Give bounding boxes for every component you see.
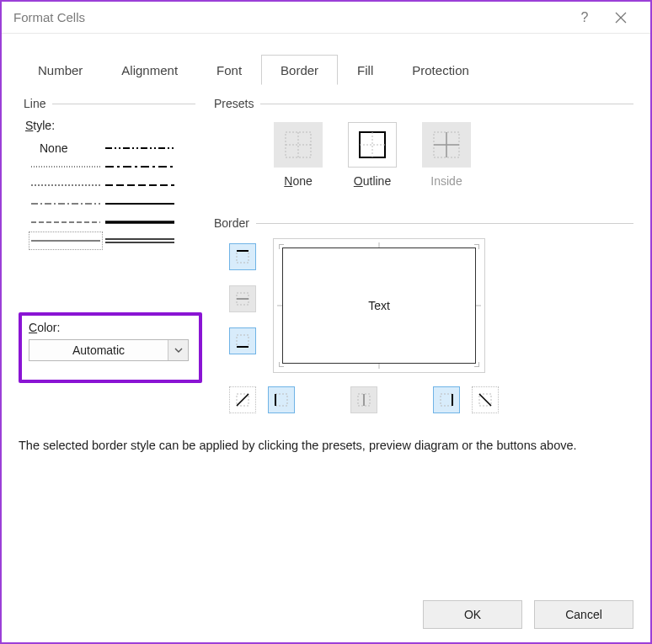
preset-inside-label: Inside: [421, 174, 472, 188]
color-dropdown[interactable]: Automatic: [29, 339, 189, 361]
preset-outline[interactable]: Outline: [347, 122, 398, 188]
line-group: Line: [24, 97, 195, 110]
border-left-icon: [273, 391, 290, 408]
border-diag-down-icon: [477, 391, 494, 408]
border-right-button[interactable]: [433, 386, 460, 413]
border-diagonal-down-button[interactable]: [472, 386, 499, 413]
svg-rect-35: [441, 394, 452, 406]
line-style-grid: None: [25, 136, 184, 287]
line-style-dashdot[interactable]: [29, 194, 103, 213]
border-right-icon: [438, 391, 455, 408]
line-style-mdash[interactable]: [103, 176, 177, 194]
line-style-double[interactable]: [103, 232, 177, 250]
line-style-mdashdot[interactable]: [103, 157, 177, 176]
tab-border[interactable]: Border: [261, 55, 338, 85]
color-label: Color:: [29, 321, 192, 334]
preset-outline-label: Outline: [347, 174, 398, 188]
border-inside-horizontal-icon: [234, 290, 251, 307]
preset-outline-icon: [357, 130, 387, 160]
preview-text: Text: [368, 299, 390, 312]
border-bottom-icon: [234, 333, 251, 349]
svg-rect-31: [275, 394, 287, 406]
titlebar: Format Cells ?: [2, 2, 650, 34]
presets-section: Presets None: [214, 92, 633, 189]
border-top-button[interactable]: [229, 243, 256, 270]
presets-group-label: Presets: [214, 97, 254, 110]
tab-protection[interactable]: Protection: [393, 55, 489, 85]
preset-none-label: None: [273, 174, 323, 188]
preset-none-icon: [283, 130, 313, 160]
border-group: Border: [214, 216, 633, 230]
instruction-text: The selected border style can be applied…: [19, 439, 633, 452]
border-inside-vertical-button[interactable]: [350, 386, 377, 413]
svg-rect-27: [237, 335, 249, 347]
line-panel: Style: None: [24, 114, 195, 287]
close-button[interactable]: [601, 6, 640, 29]
dialog-buttons: OK Cancel: [423, 600, 633, 629]
window-title: Format Cells: [13, 10, 568, 24]
border-inside-horizontal-button[interactable]: [229, 285, 256, 312]
preset-none[interactable]: None: [273, 122, 323, 188]
line-style-medium[interactable]: [103, 194, 177, 213]
content-area: Number Alignment Font Border Fill Protec…: [2, 34, 650, 642]
help-button[interactable]: ?: [568, 6, 601, 29]
color-dropdown-button[interactable]: [168, 340, 188, 360]
presets-group: Presets: [214, 97, 633, 110]
border-group-label: Border: [214, 216, 249, 230]
svg-line-38: [479, 394, 491, 406]
border-section: Border: [214, 211, 633, 432]
preset-inside[interactable]: Inside: [421, 122, 472, 188]
border-inside-vertical-icon: [355, 391, 372, 408]
tab-strip: Number Alignment Font Border Fill Protec…: [19, 47, 633, 84]
line-style-dashed[interactable]: [29, 213, 103, 232]
border-preview[interactable]: Text: [273, 238, 485, 373]
svg-line-30: [237, 394, 249, 406]
border-diag-up-icon: [234, 391, 251, 408]
tab-alignment[interactable]: Alignment: [102, 55, 197, 85]
tab-fill[interactable]: Fill: [338, 55, 393, 85]
color-section-highlight: Color: Automatic: [19, 312, 202, 383]
tab-font[interactable]: Font: [197, 55, 261, 85]
ok-button[interactable]: OK: [423, 600, 522, 629]
color-value: Automatic: [29, 343, 168, 357]
line-style-thin[interactable]: [29, 232, 103, 250]
line-style-none[interactable]: None: [29, 139, 103, 157]
close-icon: [615, 12, 627, 24]
line-group-label: Line: [24, 97, 45, 110]
border-top-icon: [234, 248, 251, 265]
line-style-dotted[interactable]: [29, 176, 103, 194]
border-bottom-button[interactable]: [229, 327, 256, 354]
border-left-button[interactable]: [268, 386, 295, 413]
style-label: Style:: [25, 119, 194, 132]
tab-number[interactable]: Number: [19, 55, 102, 85]
border-tab-panel: Line Style: None: [19, 85, 633, 590]
preset-inside-icon: [431, 130, 462, 160]
chevron-down-icon: [174, 347, 183, 354]
svg-rect-23: [237, 251, 249, 263]
border-diagonal-up-button[interactable]: [229, 386, 256, 413]
line-style-thick[interactable]: [103, 213, 177, 232]
line-style-dashdotdot[interactable]: [103, 139, 177, 157]
format-cells-dialog: Format Cells ? Number Alignment Font Bor…: [0, 0, 652, 644]
line-style-hair[interactable]: [29, 157, 103, 176]
cancel-button[interactable]: Cancel: [534, 600, 633, 629]
